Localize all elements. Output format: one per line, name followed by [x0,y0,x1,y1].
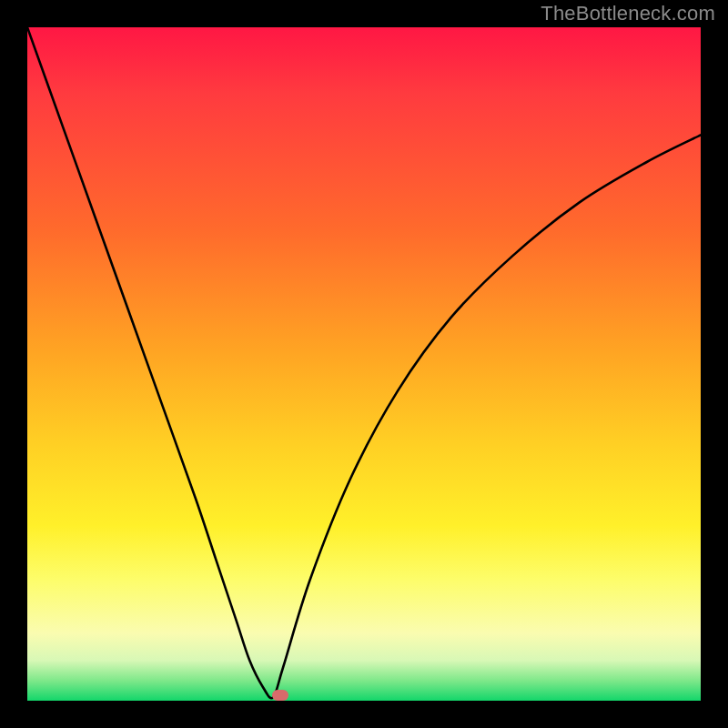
watermark-text: TheBottleneck.com [541,2,715,25]
chart-frame: TheBottleneck.com [0,0,728,728]
marker-dot [272,690,288,701]
bottleneck-curve [27,27,701,701]
plot-area [27,27,701,701]
